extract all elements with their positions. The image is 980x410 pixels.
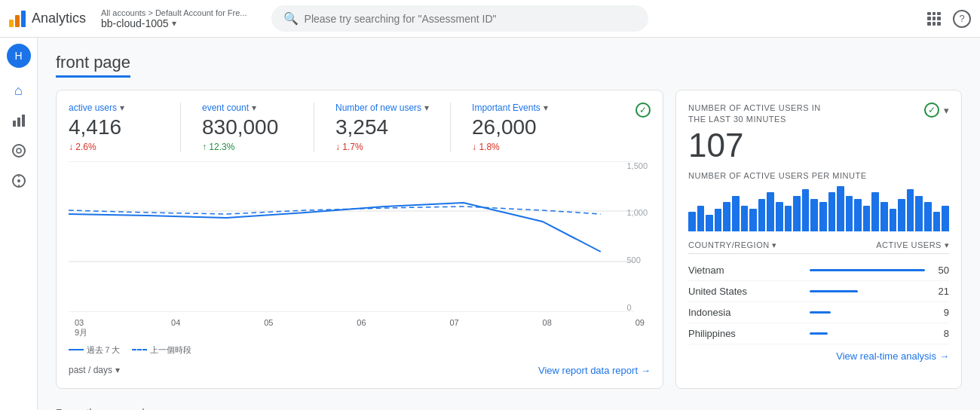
per-minute-bar bbox=[907, 189, 914, 231]
per-minute-bar bbox=[706, 215, 713, 231]
chart-x-labels: 039月 04 05 06 07 08 09 bbox=[69, 318, 651, 338]
per-minute-bar bbox=[697, 206, 705, 231]
country-table-header: COUNTRY/REGION ▾ ACTIVE USERS ▾ bbox=[688, 240, 949, 254]
svg-rect-1 bbox=[17, 118, 20, 127]
topbar: Analytics All accounts > Default Account… bbox=[0, 0, 980, 38]
sidebar-item-home[interactable]: ⌂ bbox=[5, 77, 32, 104]
chart-legend: 過去７大 上一個時段 bbox=[69, 344, 651, 356]
svg-point-4 bbox=[17, 148, 21, 153]
account-name: bb-cloud-1005 bbox=[101, 17, 169, 29]
metric-event-count: event count ▾ 830,000 ↑ 12.3% bbox=[202, 102, 292, 152]
metric-event-count-value: 830,000 bbox=[202, 115, 292, 140]
realtime-title: NUMBER OF ACTIVE USERS IN THE LAST 30 MI… bbox=[688, 102, 839, 126]
sidebar-item-advertising[interactable] bbox=[5, 167, 32, 194]
account-nav: All accounts > Default Account for Fre..… bbox=[101, 8, 247, 29]
logo: Analytics bbox=[9, 11, 86, 27]
view-report-link[interactable]: View report data report → bbox=[538, 365, 651, 376]
user-avatar[interactable]: H bbox=[7, 44, 31, 68]
country-bar-wrap bbox=[810, 269, 925, 271]
app-title: Analytics bbox=[32, 11, 86, 26]
main-layout: H ⌂ front page bbox=[0, 38, 980, 410]
per-minute-bar bbox=[688, 212, 696, 231]
per-minute-bar bbox=[793, 196, 801, 231]
country-bar bbox=[810, 290, 858, 292]
per-minute-bar bbox=[715, 209, 722, 231]
country-row: Indonesia 9 bbox=[688, 302, 949, 323]
per-minute-bar bbox=[802, 189, 810, 231]
legend-dashed-line bbox=[132, 349, 147, 350]
metric-divider-1 bbox=[180, 102, 181, 152]
logo-icon bbox=[9, 11, 26, 27]
country-name: United States bbox=[688, 286, 804, 297]
dashboard-grid: active users ▾ 4,416 ↓ 2.6% event count bbox=[56, 90, 962, 389]
search-icon: 🔍 bbox=[283, 11, 299, 26]
per-minute-bar bbox=[880, 202, 888, 231]
country-table-rows: Vietnam 50 United States 21 Indonesia 9 … bbox=[688, 260, 949, 344]
country-row: Vietnam 50 bbox=[688, 260, 949, 281]
account-dropdown-icon: ▾ bbox=[172, 18, 176, 29]
content-area: front page active users ▾ 4,416 ↓ 2.6% bbox=[38, 38, 980, 410]
logo-bar-1 bbox=[9, 20, 14, 27]
metric-active-users: active users ▾ 4,416 ↓ 2.6% bbox=[69, 102, 159, 152]
country-header-users[interactable]: ACTIVE USERS ▾ bbox=[876, 240, 949, 250]
main-chart-card: active users ▾ 4,416 ↓ 2.6% event count bbox=[56, 90, 663, 389]
per-minute-bar bbox=[732, 196, 740, 231]
realtime-status-icon: ✓ bbox=[924, 102, 939, 118]
metric-new-users-label[interactable]: Number of new users ▾ bbox=[335, 102, 429, 113]
per-minute-bar bbox=[863, 206, 871, 231]
period-selector[interactable]: past / days ▾ bbox=[69, 365, 120, 375]
chart-y-labels: 1,500 1,000 500 0 bbox=[623, 161, 651, 312]
sidebar-item-reports[interactable] bbox=[5, 107, 32, 134]
per-minute-bar bbox=[776, 202, 783, 231]
metric-event-count-label[interactable]: event count ▾ bbox=[202, 102, 292, 113]
per-minute-bar bbox=[810, 199, 818, 231]
svg-rect-0 bbox=[13, 121, 16, 127]
metric-new-users: Number of new users ▾ 3,254 ↓ 1.7% bbox=[335, 102, 429, 152]
metric-active-users-label[interactable]: active users ▾ bbox=[69, 102, 159, 113]
metric-important-events-change: ↓ 1.8% bbox=[472, 142, 562, 152]
country-bar bbox=[810, 269, 925, 271]
search-bar[interactable]: 🔍 bbox=[271, 5, 648, 32]
search-input[interactable] bbox=[305, 13, 636, 25]
users-sort-icon: ▾ bbox=[945, 240, 950, 249]
per-minute-title: NUMBER OF ACTIVE USERS PER MINUTE bbox=[688, 171, 949, 180]
per-minute-bar bbox=[942, 206, 949, 231]
metric-new-users-value: 3,254 bbox=[335, 115, 429, 140]
country-row: United States 21 bbox=[688, 281, 949, 302]
svg-rect-2 bbox=[22, 115, 25, 127]
sidebar-item-explore[interactable] bbox=[5, 137, 32, 164]
per-minute-bar bbox=[828, 192, 836, 231]
logo-bar-3 bbox=[21, 11, 26, 27]
country-value: 50 bbox=[931, 265, 949, 276]
country-bar-wrap bbox=[810, 311, 925, 314]
country-header-region[interactable]: COUNTRY/REGION ▾ bbox=[688, 240, 777, 250]
per-minute-bar bbox=[854, 199, 862, 231]
sidebar: H ⌂ bbox=[0, 38, 38, 410]
svg-point-6 bbox=[17, 179, 20, 182]
per-minute-bar bbox=[890, 209, 897, 231]
apps-icon[interactable] bbox=[927, 12, 941, 26]
metric-important-events: Important Events ▾ 26,000 ↓ 1.8% bbox=[472, 102, 562, 152]
account-selector[interactable]: bb-cloud-1005 ▾ bbox=[101, 17, 247, 29]
per-minute-bar bbox=[741, 206, 749, 231]
page-title: front page bbox=[56, 53, 130, 78]
card-footer: past / days ▾ View report data report → bbox=[69, 365, 651, 376]
period-dropdown-icon: ▾ bbox=[115, 365, 120, 375]
per-minute-bar bbox=[898, 199, 905, 231]
country-name: Philippines bbox=[688, 328, 804, 339]
metric-important-events-label[interactable]: Important Events ▾ bbox=[472, 102, 562, 113]
topbar-right: ? bbox=[927, 10, 971, 28]
realtime-options-icon[interactable]: ▾ bbox=[944, 105, 949, 116]
country-sort-icon: ▾ bbox=[772, 240, 777, 249]
per-minute-bar bbox=[758, 199, 766, 231]
metric-event-count-change: ↑ 12.3% bbox=[202, 142, 292, 152]
per-minute-bar bbox=[785, 206, 792, 231]
metrics-status-icon: ✓ bbox=[635, 102, 651, 118]
view-realtime-link[interactable]: View real-time analysis → bbox=[688, 350, 949, 362]
realtime-count: 107 bbox=[688, 129, 949, 162]
realtime-card: NUMBER OF ACTIVE USERS IN THE LAST 30 MI… bbox=[675, 90, 962, 389]
country-name: Vietnam bbox=[688, 265, 804, 276]
help-button[interactable]: ? bbox=[953, 10, 971, 28]
per-minute-bar bbox=[723, 202, 730, 231]
account-breadcrumb: All accounts > Default Account for Fre..… bbox=[101, 8, 247, 17]
